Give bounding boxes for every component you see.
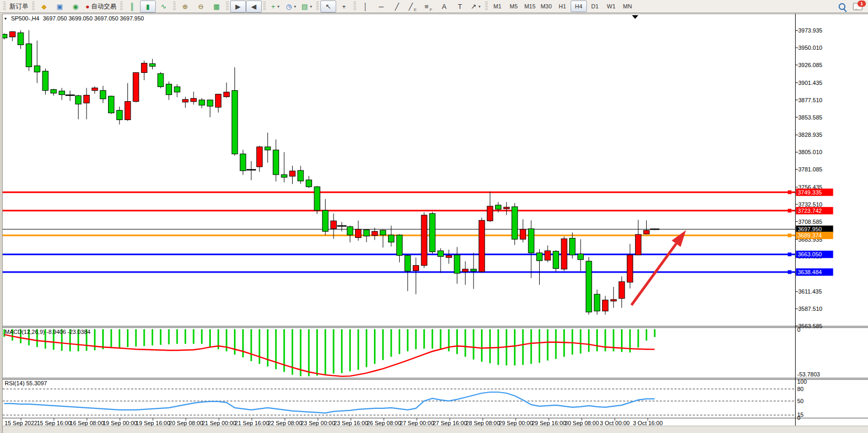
line-chart-button[interactable]: ∿ bbox=[156, 1, 172, 13]
horizontal-lines-layer[interactable] bbox=[3, 190, 796, 274]
candlestick-chart-button[interactable]: ▮ bbox=[140, 1, 156, 13]
crosshair-button[interactable]: + bbox=[336, 1, 352, 13]
timeframe-m30-button[interactable]: M30 bbox=[538, 1, 554, 12]
timeframe-m15-button[interactable]: M15 bbox=[522, 1, 538, 12]
price-axis-label: 3950.010 bbox=[798, 45, 822, 51]
price-axis-label: 3853.585 bbox=[798, 114, 822, 121]
price-badges: 3749.3353723.7423697.9503689.3743663.050… bbox=[796, 189, 833, 276]
text-label-button[interactable]: T bbox=[452, 1, 468, 13]
line-handle[interactable] bbox=[788, 209, 791, 212]
price-axis-label: 3805.010 bbox=[798, 149, 822, 155]
timeframe-h4-button[interactable]: H4 bbox=[571, 1, 587, 12]
toolbar-separator bbox=[173, 2, 176, 11]
timeframe-mn-button[interactable]: MN bbox=[619, 1, 636, 12]
price-badge: 3723.742 bbox=[798, 208, 822, 214]
collapse-triangle-icon[interactable]: ▼ bbox=[4, 17, 7, 20]
text-button[interactable]: A bbox=[436, 1, 452, 13]
kite-button[interactable]: ◆ bbox=[36, 1, 52, 13]
templates-icon: ▤ bbox=[302, 3, 308, 10]
trendline-button[interactable]: ╱ bbox=[389, 1, 405, 13]
time-axis-label: 22 Sep 08:00 bbox=[267, 420, 302, 426]
market-watch-icon: ▣ bbox=[57, 3, 63, 10]
line-handle[interactable] bbox=[788, 270, 791, 274]
text-icon: A bbox=[442, 3, 447, 10]
toolbar-separator bbox=[226, 2, 229, 11]
line-handle[interactable] bbox=[788, 190, 791, 194]
cursor-button[interactable]: ↖ bbox=[320, 1, 336, 13]
price-axis-label: 3973.935 bbox=[798, 27, 822, 34]
vertical-line-icon: │ bbox=[363, 3, 368, 10]
symbol-period-label: SP500-,H4 bbox=[11, 15, 39, 21]
chat-icon[interactable]: 1 bbox=[853, 3, 863, 10]
timeframe-m1-button[interactable]: M1 bbox=[489, 1, 506, 12]
price-badge: 3749.335 bbox=[798, 189, 822, 196]
equidistant-channel-button-sub-label: E bbox=[414, 7, 416, 12]
time-axis-label: 3 Oct 00:00 bbox=[600, 420, 630, 426]
price-axis[interactable]: 3973.9353950.0103926.0853901.4353877.510… bbox=[796, 14, 822, 426]
templates-button[interactable]: ▤▾ bbox=[299, 1, 315, 13]
horizontal-line-button[interactable]: ─ bbox=[373, 1, 389, 13]
auto-scroll-icon: ▶ bbox=[235, 3, 241, 10]
zoom-in-icon: ⊕ bbox=[182, 3, 188, 10]
price-axis-label: 3756.435 bbox=[798, 184, 822, 190]
auto-trading-icon: ● bbox=[85, 3, 90, 10]
trendline-icon: ╱ bbox=[395, 3, 399, 10]
toolbar-separator bbox=[32, 2, 35, 11]
chevron-down-icon: ▾ bbox=[478, 4, 480, 9]
rsi-pane bbox=[3, 389, 796, 415]
rsi-indicator-label: RSI(14) 55.3097 bbox=[5, 380, 47, 386]
chart-shift-marker-icon bbox=[632, 15, 638, 19]
macd-axis-label: -53.7803 bbox=[797, 371, 820, 377]
price-axis-label: 3781.085 bbox=[798, 166, 822, 172]
market-watch-button[interactable]: ▣ bbox=[52, 1, 68, 13]
price-badge: 3663.050 bbox=[798, 251, 822, 257]
chart-shift-button[interactable]: ◀ bbox=[246, 1, 262, 13]
periods-button[interactable]: ◷▾ bbox=[283, 1, 299, 13]
search-icon[interactable] bbox=[839, 3, 845, 10]
toolbar-separator bbox=[316, 2, 319, 11]
signals-button[interactable]: ◉ bbox=[68, 1, 83, 13]
rsi-line bbox=[4, 392, 655, 413]
auto-trading-button-label: 自动交易 bbox=[91, 2, 116, 11]
timeframe-w1-button[interactable]: W1 bbox=[603, 1, 619, 12]
vertical-line-button[interactable]: │ bbox=[358, 1, 373, 13]
macd-axis-label: 0 bbox=[797, 327, 800, 333]
line-handle[interactable] bbox=[788, 253, 791, 256]
equidistant-channel-button[interactable]: ╱E bbox=[405, 1, 421, 13]
new-order-button[interactable]: 新订单 bbox=[7, 1, 30, 13]
bar-chart-button[interactable]: ║ bbox=[124, 1, 140, 13]
price-axis-label: 3732.510 bbox=[798, 201, 822, 208]
auto-scroll-button[interactable]: ▶ bbox=[230, 1, 246, 13]
auto-trading-button[interactable]: ●自动交易 bbox=[83, 1, 119, 13]
zoom-out-button[interactable]: ⊖ bbox=[193, 1, 209, 13]
time-axis-label: 23 Sep 16:00 bbox=[334, 420, 368, 426]
price-axis-label: 3901.435 bbox=[798, 80, 822, 86]
time-axis-label: 26 Sep 08:00 bbox=[367, 420, 401, 426]
tile-windows-button[interactable]: ▦ bbox=[209, 1, 224, 13]
chevron-down-icon: ▾ bbox=[277, 4, 280, 9]
timeframe-m5-button[interactable]: M5 bbox=[506, 1, 522, 12]
timeframe-d1-button[interactable]: D1 bbox=[587, 1, 603, 12]
chart-shift-icon: ◀ bbox=[251, 3, 256, 10]
time-axis-label: 19 Sep 00:00 bbox=[103, 420, 137, 426]
line-handle[interactable] bbox=[788, 234, 791, 237]
new-order-button-label: 新订单 bbox=[9, 2, 28, 11]
toolbar-separator bbox=[353, 2, 356, 11]
indicators-button[interactable]: +▾ bbox=[267, 1, 283, 13]
price-badge: 3697.950 bbox=[798, 226, 822, 232]
price-axis-label: 3611.435 bbox=[798, 288, 822, 295]
chart-window[interactable]: ▼ SP500-,H4 3697.050 3699.050 3697.050 3… bbox=[0, 14, 868, 433]
line-chart-icon: ∿ bbox=[160, 3, 166, 10]
signals-icon: ◉ bbox=[72, 3, 78, 10]
chart-title: ▼ SP500-,H4 3697.050 3699.050 3697.050 3… bbox=[4, 15, 144, 21]
time-axis[interactable]: 15 Sep 202215 Sep 16:0016 Sep 08:0019 Se… bbox=[5, 418, 663, 427]
zoom-in-button[interactable]: ⊕ bbox=[177, 1, 193, 13]
price-badge: 3689.374 bbox=[798, 232, 822, 239]
fibonacci-icon: ≡ bbox=[425, 3, 429, 10]
arrows-button[interactable]: ↗▾ bbox=[468, 1, 484, 13]
timeframe-h1-button[interactable]: H1 bbox=[554, 1, 571, 12]
macd-indicator-label: MACD(12,26,9) -8.9406 -23.0384 bbox=[5, 329, 90, 335]
trend-arrow[interactable] bbox=[631, 230, 686, 305]
chevron-down-icon: ▾ bbox=[310, 4, 312, 9]
fibonacci-button[interactable]: ≡F bbox=[421, 1, 436, 13]
